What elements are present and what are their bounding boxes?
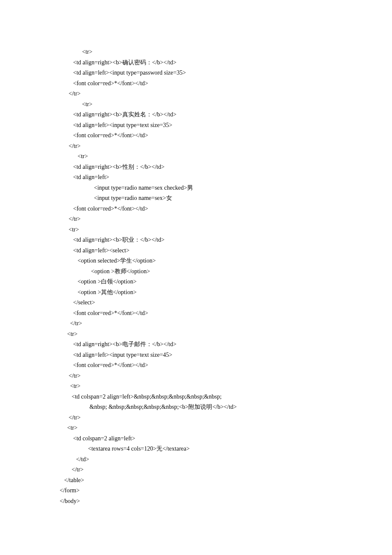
code-line: <font color=red>*</font></td> bbox=[60, 78, 392, 89]
code-line: </tr> bbox=[60, 413, 392, 423]
code-line: </tr> bbox=[60, 89, 392, 99]
code-line: <td colspan=2 align=left>&nbsp;&nbsp;&nb… bbox=[60, 392, 392, 402]
code-line: </tr> bbox=[60, 318, 392, 329]
code-line: <td align=left><input type=text size=35> bbox=[60, 120, 392, 131]
code-line: <td align=left><select> bbox=[60, 246, 392, 256]
code-line: <font color=red>*</font></td> bbox=[60, 130, 392, 141]
code-line: <td colspan=2 align=left> bbox=[60, 434, 392, 444]
code-line: </body> bbox=[60, 496, 392, 507]
code-line: <tr> bbox=[60, 151, 392, 162]
code-line: <td align=right><b>真实姓名：</b></td> bbox=[60, 110, 392, 120]
code-line: <tr> bbox=[60, 47, 392, 58]
code-line: <option >其他</option> bbox=[60, 287, 392, 298]
code-line: <font color=red>*</font></td> bbox=[60, 204, 392, 214]
code-line: <td align=left><input type=text size=45> bbox=[60, 350, 392, 361]
code-line: <tr> bbox=[60, 225, 392, 235]
code-line: <tr> bbox=[60, 423, 392, 434]
code-line: </tr> bbox=[60, 371, 392, 382]
code-line: <td align=right><b>电子邮件：</b></td> bbox=[60, 339, 392, 350]
code-line: <textarea rows=4 cols=120>无</textarea> bbox=[60, 444, 392, 454]
code-line: <td align=left><input type=password size… bbox=[60, 68, 392, 78]
code-line: </table> bbox=[60, 475, 392, 486]
code-line: <option >教师</option> bbox=[60, 266, 392, 277]
code-line: </tr> bbox=[60, 465, 392, 475]
code-document: <tr> <td align=right><b>确认密码：</b></td> <… bbox=[60, 47, 392, 506]
code-line: <tr> bbox=[60, 381, 392, 392]
code-line: </form> bbox=[60, 486, 392, 496]
code-line: </select> bbox=[60, 298, 392, 308]
code-line: <input type=radio name=sex>女 bbox=[60, 193, 392, 204]
code-line: </tr> bbox=[60, 214, 392, 225]
code-line: <td align=right><b>确认密码：</b></td> bbox=[60, 58, 392, 68]
code-line: <font color=red>*</font></td> bbox=[60, 360, 392, 371]
code-line: <td align=left> bbox=[60, 172, 392, 183]
code-line: <input type=radio name=sex checked>男 bbox=[60, 183, 392, 194]
code-line: </tr> bbox=[60, 141, 392, 152]
code-line: <font color=red>*</font></td> bbox=[60, 308, 392, 319]
code-line: </td> bbox=[60, 454, 392, 465]
code-line: <td align=right><b>职业：</b></td> bbox=[60, 235, 392, 246]
code-line: <tr> bbox=[60, 99, 392, 110]
code-line: <option >白领</option> bbox=[60, 277, 392, 287]
code-line: <tr> bbox=[60, 329, 392, 340]
code-line: <option selected>学生</option> bbox=[60, 256, 392, 266]
code-line: <td align=right><b>性别：</b></td> bbox=[60, 162, 392, 173]
code-line: &nbsp; &nbsp;&nbsp;&nbsp;&nbsp;<b>附加说明</… bbox=[60, 402, 392, 413]
